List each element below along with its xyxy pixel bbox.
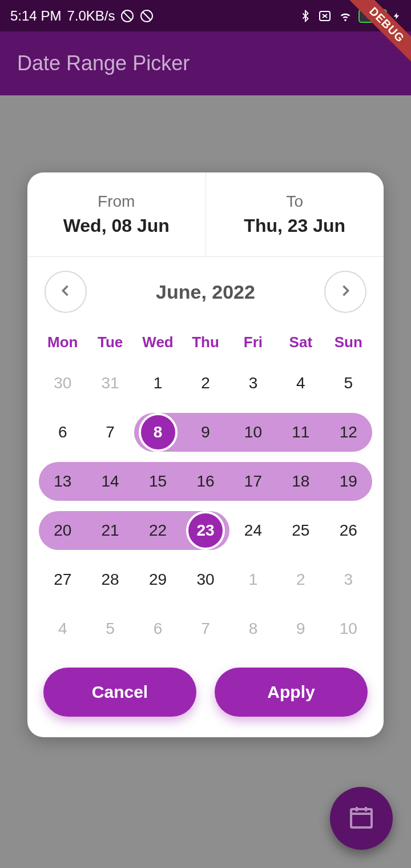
calendar-day[interactable]: 15 xyxy=(134,462,182,501)
prev-month-button[interactable] xyxy=(45,271,87,313)
dow-label: Sat xyxy=(277,328,324,357)
dow-label: Tue xyxy=(86,328,134,357)
calendar-day[interactable]: 1 xyxy=(229,560,277,599)
calendar-day[interactable]: 21 xyxy=(86,511,134,550)
apply-button[interactable]: Apply xyxy=(215,668,368,717)
calendar-day[interactable]: 30 xyxy=(39,364,86,403)
calendar-day[interactable]: 5 xyxy=(325,364,372,403)
vibrate-icon xyxy=(317,10,332,22)
dow-label: Fri xyxy=(229,328,277,357)
calendar-week: 45678910 xyxy=(39,609,372,648)
calendar-day[interactable]: 18 xyxy=(277,462,324,501)
date-range-dialog: From Wed, 08 Jun To Thu, 23 Jun June, 20… xyxy=(27,172,384,737)
chevron-right-icon xyxy=(337,283,353,301)
status-net-speed: 7.0KB/s xyxy=(67,8,115,24)
status-bar: 5:14 PM 7.0KB/s 100 xyxy=(0,0,411,31)
calendar-day[interactable]: 1 xyxy=(134,364,182,403)
calendar-day[interactable]: 7 xyxy=(86,413,134,452)
app-bar: Date Range Picker xyxy=(0,31,411,95)
calendar-day[interactable]: 20 xyxy=(39,511,86,550)
status-time: 5:14 PM xyxy=(10,8,61,24)
calendar-day[interactable]: 30 xyxy=(182,560,229,599)
calendar-day[interactable]: 12 xyxy=(325,413,372,452)
calendar-day[interactable]: 25 xyxy=(277,511,324,550)
calendar-day[interactable]: 8 xyxy=(229,609,277,648)
calendar-day[interactable]: 3 xyxy=(229,364,277,403)
calendar-week: 6789101112 xyxy=(39,413,372,452)
calendar-week: 303112345 xyxy=(39,364,372,403)
calendar-day[interactable]: 19 xyxy=(325,462,372,501)
calendar-icon xyxy=(348,803,375,833)
dow-label: Wed xyxy=(134,328,182,357)
calendar-day[interactable]: 4 xyxy=(277,364,324,403)
from-label: From xyxy=(98,192,135,211)
wifi-icon xyxy=(338,10,353,22)
calendar-week: 20212223242526 xyxy=(39,511,372,550)
bluetooth-icon xyxy=(299,10,312,22)
calendar-fab[interactable] xyxy=(330,787,393,850)
calendar-day[interactable]: 8 xyxy=(134,413,182,452)
dow-row: MonTueWedThuFriSatSun xyxy=(39,328,372,357)
calendar-day[interactable]: 24 xyxy=(229,511,277,550)
cancel-button[interactable]: Cancel xyxy=(43,668,196,717)
from-cell[interactable]: From Wed, 08 Jun xyxy=(27,172,206,256)
calendar-day[interactable]: 10 xyxy=(325,609,372,648)
chevron-left-icon xyxy=(58,283,74,301)
svg-rect-3 xyxy=(351,809,372,827)
calendar-day[interactable]: 7 xyxy=(182,609,229,648)
calendar-day[interactable]: 2 xyxy=(277,560,324,599)
calendar-day[interactable]: 10 xyxy=(229,413,277,452)
dnd-icon-2 xyxy=(140,9,154,23)
calendar-day[interactable]: 23 xyxy=(182,511,229,550)
calendar-week: 13141516171819 xyxy=(39,462,372,501)
calendar-day[interactable]: 26 xyxy=(325,511,372,550)
dow-label: Mon xyxy=(39,328,86,357)
calendar-day[interactable]: 27 xyxy=(39,560,86,599)
to-value: Thu, 23 Jun xyxy=(244,215,345,236)
calendar-day[interactable]: 11 xyxy=(277,413,324,452)
calendar-week: 27282930123 xyxy=(39,560,372,599)
calendar-day[interactable]: 17 xyxy=(229,462,277,501)
calendar-day[interactable]: 14 xyxy=(86,462,134,501)
calendar-day[interactable]: 9 xyxy=(277,609,324,648)
calendar-day[interactable]: 28 xyxy=(86,560,134,599)
calendar-day[interactable]: 5 xyxy=(86,609,134,648)
calendar-day[interactable]: 22 xyxy=(134,511,182,550)
calendar-day[interactable]: 29 xyxy=(134,560,182,599)
calendar-day[interactable]: 9 xyxy=(182,413,229,452)
from-value: Wed, 08 Jun xyxy=(63,215,170,236)
calendar-day[interactable]: 16 xyxy=(182,462,229,501)
to-label: To xyxy=(286,192,303,211)
dow-label: Sun xyxy=(325,328,372,357)
app-title: Date Range Picker xyxy=(17,51,190,75)
dow-label: Thu xyxy=(182,328,229,357)
to-cell[interactable]: To Thu, 23 Jun xyxy=(206,172,384,256)
bolt-icon xyxy=(393,10,401,22)
calendar-day[interactable]: 2 xyxy=(182,364,229,403)
next-month-button[interactable] xyxy=(324,271,366,313)
calendar-day[interactable]: 3 xyxy=(325,560,372,599)
battery-icon: 100 xyxy=(358,9,387,23)
calendar-day[interactable]: 13 xyxy=(39,462,86,501)
range-header: From Wed, 08 Jun To Thu, 23 Jun xyxy=(27,172,384,257)
calendar-day[interactable]: 4 xyxy=(39,609,86,648)
dnd-icon xyxy=(120,9,134,23)
calendar-day[interactable]: 31 xyxy=(86,364,134,403)
calendar-grid: 3031123456789101112131415161718192021222… xyxy=(39,364,372,648)
calendar-day[interactable]: 6 xyxy=(39,413,86,452)
calendar-day[interactable]: 6 xyxy=(134,609,182,648)
month-title: June, 2022 xyxy=(156,281,255,303)
